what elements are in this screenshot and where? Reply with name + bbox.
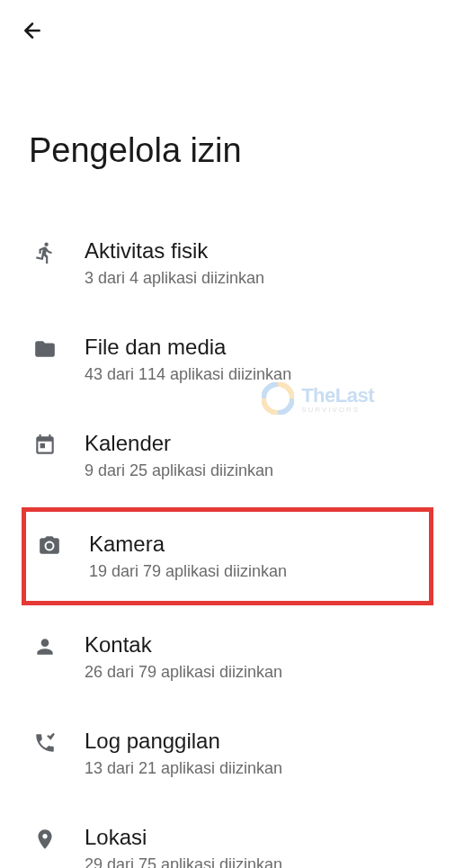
permission-title: Kamera: [89, 532, 418, 557]
permission-item-kontak[interactable]: Kontak 26 dari 79 aplikasi diizinkan: [27, 609, 428, 705]
permission-list: Aktivitas fisik 3 dari 4 aplikasi diizin…: [0, 215, 455, 868]
back-button[interactable]: [18, 16, 47, 45]
permission-subtitle: 3 dari 4 aplikasi diizinkan: [85, 269, 423, 288]
watermark-text: TheLast: [301, 384, 374, 407]
permission-title: Log panggilan: [85, 729, 423, 754]
arrow-back-icon: [21, 19, 44, 42]
permission-title: Kontak: [85, 632, 423, 658]
location-icon: [32, 827, 58, 852]
camera-icon: [37, 533, 62, 559]
permission-text: Kontak 26 dari 79 aplikasi diizinkan: [85, 632, 423, 682]
watermark: TheLast SURVIVORS: [262, 382, 374, 415]
permission-subtitle: 19 dari 79 aplikasi diizinkan: [89, 562, 418, 581]
permission-title: Lokasi: [85, 825, 423, 850]
permission-text: Kalender 9 dari 25 aplikasi diizinkan: [85, 431, 423, 480]
page-title: Pengelola izin: [0, 61, 455, 215]
permission-subtitle: 29 dari 75 aplikasi diizinkan: [85, 855, 423, 868]
svg-point-0: [47, 543, 53, 550]
watermark-logo-icon: [262, 382, 294, 415]
permission-subtitle: 13 dari 21 aplikasi diizinkan: [85, 759, 423, 778]
permission-text: Kamera 19 dari 79 aplikasi diizinkan: [89, 532, 418, 581]
permission-item-aktivitas-fisik[interactable]: Aktivitas fisik 3 dari 4 aplikasi diizin…: [27, 215, 428, 311]
permission-item-lokasi[interactable]: Lokasi 29 dari 75 aplikasi diizinkan: [27, 801, 428, 868]
permission-item-kamera[interactable]: Kamera 19 dari 79 aplikasi diizinkan: [22, 507, 433, 605]
permission-title: Kalender: [85, 431, 423, 456]
permission-text: Log panggilan 13 dari 21 aplikasi diizin…: [85, 729, 423, 778]
permission-text: Lokasi 29 dari 75 aplikasi diizinkan: [85, 825, 423, 868]
contact-icon: [32, 634, 58, 659]
permission-subtitle: 9 dari 25 aplikasi diizinkan: [85, 461, 423, 480]
calendar-icon: [32, 433, 58, 458]
permission-subtitle: 43 dari 114 aplikasi diizinkan: [85, 365, 423, 384]
running-icon: [32, 240, 58, 265]
permission-title: File dan media: [85, 335, 423, 360]
phone-log-icon: [32, 730, 58, 756]
permission-text: File dan media 43 dari 114 aplikasi diiz…: [85, 335, 423, 384]
permission-item-log-panggilan[interactable]: Log panggilan 13 dari 21 aplikasi diizin…: [27, 705, 428, 801]
folder-icon: [32, 336, 58, 362]
permission-item-kalender[interactable]: Kalender 9 dari 25 aplikasi diizinkan: [27, 407, 428, 504]
permission-subtitle: 26 dari 79 aplikasi diizinkan: [85, 663, 423, 682]
permission-text: Aktivitas fisik 3 dari 4 aplikasi diizin…: [85, 238, 423, 288]
permission-title: Aktivitas fisik: [85, 238, 423, 264]
